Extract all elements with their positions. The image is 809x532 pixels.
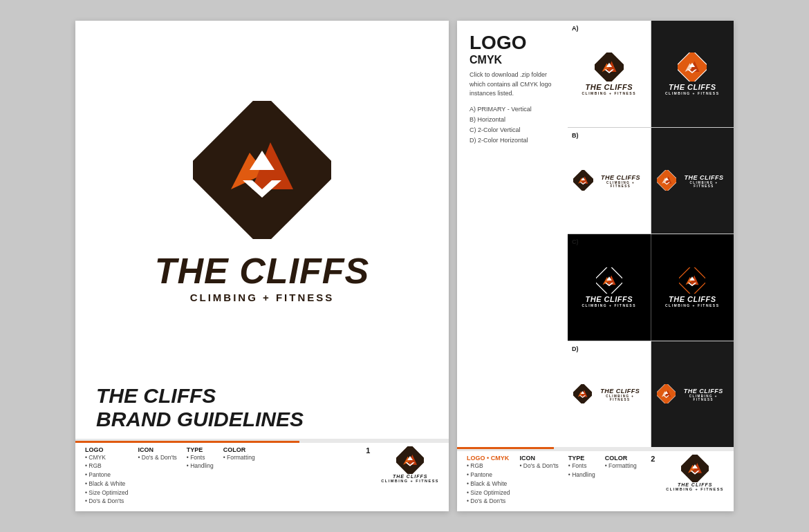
cell-a-dark-sub: CLIMBING + FITNESS (665, 91, 720, 95)
footer-type-label: TYPE (187, 446, 214, 453)
logo-cell-c-black: THE CLIFFS CLIMBING + FITNESS (568, 234, 651, 341)
logo-icon-a-dark (678, 53, 707, 82)
cell-c-left-brand: THE CLIFFS (585, 296, 633, 303)
footer-nav-logo: LOGO • CMYK• RGB• Pantone• Black & White… (85, 446, 129, 506)
footer2-nav-icon: ICON • Do's & Don'ts (520, 455, 559, 506)
logo-row-c: C) THE CLIFFS CLIMBING + FITNESS (568, 234, 734, 341)
cell-d-white-sub: CLIMBING + FITNESS (595, 395, 644, 401)
logo-horiz-b-white: THE CLIFFS CLIMBING + FITNESS (573, 170, 645, 191)
row-b-label: B) (572, 132, 579, 139)
brand-name-large: THE CLIFFS (155, 253, 369, 289)
footer-nav: LOGO • CMYK• RGB• Pantone• Black & White… (85, 446, 366, 506)
page1-main: THE CLIFFS CLIMBING + FITNESS (75, 21, 449, 370)
row-d-label: D) (572, 345, 579, 352)
logo-horiz-b-dark: THE CLIFFS CLIMBING + FITNESS (657, 170, 729, 191)
pages-container: THE CLIFFS CLIMBING + FITNESS THE CLIFFS… (75, 21, 734, 511)
page-1: THE CLIFFS CLIMBING + FITNESS THE CLIFFS… (75, 21, 449, 511)
logo-row-b: B) THE CLIFFS (568, 128, 734, 235)
footer-brand-name: THE CLIFFS (393, 474, 427, 479)
logo-icon-c-right (679, 267, 705, 294)
cell-a-white-brand: THE CLIFFS (585, 84, 633, 91)
logo-cell-c-black2: THE CLIFFS CLIMBING + FITNESS (651, 234, 734, 341)
logo-section-list: A) PRIMARY - Vertical B) Horizontal C) 2… (469, 104, 561, 146)
logo-icon-large (193, 101, 331, 239)
logo-icon-a-white (595, 53, 624, 82)
footer2-brand-name: THE CLIFFS (678, 482, 712, 487)
page1-footer: LOGO • CMYK• RGB• Pantone• Black & White… (75, 439, 449, 512)
row-a-label: A) (572, 25, 579, 32)
logo-section-title: LOGO (469, 33, 561, 53)
footer-color-items: • Formatting (223, 453, 255, 462)
footer2-nav-logo: LOGO • CMYK • RGB• Pantone• Black & Whit… (467, 455, 510, 506)
footer-nav-2: LOGO • CMYK • RGB• Pantone• Black & Whit… (467, 455, 651, 506)
footer-type-items: • Fonts• Handling (187, 453, 214, 471)
footer2-nav-color: COLOR • Formatting (605, 455, 637, 506)
logo-cell-b-dark: THE CLIFFS CLIMBING + FITNESS (651, 128, 734, 234)
footer-icon-label: ICON (138, 446, 177, 453)
logo-horiz-d-white: THE CLIFFS CLIMBING + FITNESS (573, 384, 645, 403)
logo-icon-d-white (573, 384, 592, 403)
cell-d-dark-sub: CLIMBING + FITNESS (679, 395, 728, 401)
footer2-brand-sub: CLIMBING + FITNESS (666, 487, 724, 491)
footer-nav-color: COLOR • Formatting (223, 446, 255, 506)
footer2-color-items: • Formatting (605, 462, 637, 471)
brand-guidelines-title: THE CLIFFSBRAND GUIDELINES (96, 384, 428, 432)
page2-num: 2 (651, 455, 655, 463)
footer2-logo-items: • RGB• Pantone• Black & White• Size Opti… (467, 462, 510, 506)
logo-icon-b-dark (657, 170, 677, 191)
brand-sub-large: CLIMBING + FITNESS (190, 292, 335, 303)
logo-cell-d-white: THE CLIFFS CLIMBING + FITNESS (568, 341, 651, 448)
cell-c-right-brand: THE CLIFFS (669, 296, 716, 303)
footer2-icon-svg (681, 455, 709, 482)
logo-row-d: D) THE CLIFFS (568, 341, 734, 448)
logo-horiz-d-dark: THE CLIFFS CLIMBING + FITNESS (657, 384, 729, 403)
logo-icon-c-left (596, 267, 622, 294)
page1-bottom-text: THE CLIFFSBRAND GUIDELINES (75, 370, 449, 439)
cell-b-white-sub: CLIMBING + FITNESS (597, 181, 645, 188)
logo-cell-a-white: THE CLIFFS CLIMBING + FITNESS (568, 21, 651, 127)
footer-logo-small: THE CLIFFS CLIMBING + FITNESS (381, 446, 439, 483)
footer-icon-items: • Do's & Don'ts (138, 453, 177, 462)
logo-row-a: A) THE CLIFFS CLIMBING + FITNESS (568, 21, 734, 128)
logo-section-desc: Click to download .zip folder which cont… (469, 70, 561, 99)
footer-logo-label: LOGO (85, 446, 129, 453)
logo-cell-b-white: THE CLIFFS CLIMBING + FITNESS (568, 128, 651, 234)
logo-cell-a-dark: THE CLIFFS CLIMBING + FITNESS (651, 21, 734, 127)
footer2-logo-label: LOGO • CMYK (467, 455, 510, 462)
logo-cell-d-dark: THE CLIFFS CLIMBING + FITNESS (651, 341, 734, 448)
footer2-nav-type: TYPE • Fonts• Handling (568, 455, 595, 506)
footer2-type-items: • Fonts• Handling (568, 462, 595, 479)
cell-a-white-sub: CLIMBING + FITNESS (582, 91, 636, 95)
footer-color-label: COLOR (223, 446, 255, 453)
cell-d-dark-brand: THE CLIFFS (679, 388, 728, 395)
cell-a-dark-brand: THE CLIFFS (669, 84, 716, 91)
logo-icon-d-dark (657, 384, 676, 403)
page-2: LOGO CMYK Click to download .zip folder … (457, 21, 734, 511)
cell-b-white-brand: THE CLIFFS (597, 175, 645, 181)
logo-section-subtitle: CMYK (469, 54, 561, 66)
footer2-icon-label: ICON (520, 455, 559, 462)
footer-icon-svg (396, 446, 424, 474)
page2-header: LOGO CMYK Click to download .zip folder … (469, 21, 561, 153)
footer-logo-items: • CMYK• RGB• Pantone• Black & White• Siz… (85, 453, 129, 506)
row-c-label: C) (572, 238, 579, 245)
footer2-type-label: TYPE (568, 455, 595, 462)
page1-num: 1 (366, 446, 370, 455)
footer-nav-type: TYPE • Fonts• Handling (187, 446, 214, 506)
footer-brand-sub: CLIMBING + FITNESS (381, 479, 439, 483)
cell-d-white-brand: THE CLIFFS (595, 388, 644, 395)
footer2-logo-small: THE CLIFFS CLIMBING + FITNESS (666, 455, 724, 491)
page2-footer: LOGO • CMYK • RGB• Pantone• Black & Whit… (457, 447, 734, 511)
logo-variants: A) THE CLIFFS CLIMBING + FITNESS (568, 21, 734, 447)
cell-b-dark-brand: THE CLIFFS (680, 175, 728, 181)
cell-b-dark-sub: CLIMBING + FITNESS (680, 181, 728, 188)
footer-nav-icon: ICON • Do's & Don'ts (138, 446, 177, 506)
footer2-color-label: COLOR (605, 455, 637, 462)
logo-icon-b-white (573, 170, 593, 191)
page2-info: LOGO CMYK Click to download .zip folder … (457, 21, 568, 447)
cell-c-left-sub: CLIMBING + FITNESS (582, 303, 636, 307)
footer2-icon-items: • Do's & Don'ts (520, 462, 559, 471)
cell-c-right-sub: CLIMBING + FITNESS (665, 303, 720, 307)
